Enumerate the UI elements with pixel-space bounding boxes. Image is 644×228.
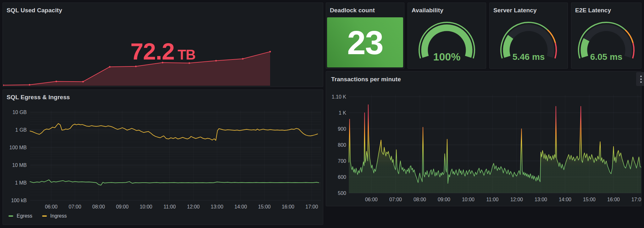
axis-tick-label: 14:00 (559, 197, 571, 202)
e2e-latency-value: 6.05 ms (571, 52, 641, 62)
axis-tick-label: 09:00 (116, 204, 129, 209)
kebab-dot (640, 76, 642, 77)
panel-title: Transactions per minute (331, 76, 401, 83)
panel-title: SQL Egress & Ingress (7, 94, 70, 101)
axis-tick-label: 09:00 (438, 197, 450, 202)
stat-background: 23 (327, 17, 403, 67)
axis-tick-label: 10:00 (140, 204, 152, 209)
panel-availability: Availability 100% (408, 3, 486, 69)
axis-tick-label: 10 MB (12, 162, 27, 168)
ingress-series-marker (42, 215, 47, 217)
deadlock-value: 23 (347, 26, 383, 59)
axis-tick-label: 13:00 (535, 197, 547, 202)
grafana-dashboard: { "colors": { "green": "#73BF69", "yello… (0, 0, 644, 228)
chart-legend: Egress Ingress (8, 213, 72, 219)
panel-deadlock-count: Deadlock count 23 (326, 3, 404, 69)
axis-tick-label: 16:00 (282, 204, 294, 209)
axis-tick-label: 08:00 (92, 204, 105, 209)
kebab-dot (640, 81, 642, 83)
axis-tick-label: 14:00 (234, 204, 247, 209)
panel-title: E2E Latency (575, 7, 611, 14)
axis-tick-label: 11:00 (486, 197, 499, 202)
panel-server-latency: Server Latency 5.46 ms (489, 3, 568, 69)
axis-tick-label: 1 GB (15, 127, 27, 133)
axis-tick-label: 700 (338, 158, 346, 164)
axis-tick-label: 12:00 (510, 197, 523, 202)
axis-tick-label: 11:00 (164, 204, 176, 209)
axis-tick-label: 17:00 (631, 197, 641, 202)
legend-label: Egress (17, 213, 32, 219)
egress-ingress-chart[interactable]: 10 GB1 GB100 MB10 MB1 MB100 kB06:0007:00… (3, 90, 323, 225)
axis-tick-label: 06:00 (365, 197, 378, 202)
axis-tick-label: 600 (338, 174, 346, 180)
panel-menu-button[interactable] (636, 72, 644, 86)
panel-title: SQL Used Capacity (7, 7, 62, 14)
kebab-dot (640, 78, 642, 80)
axis-tick-label: 100 kB (11, 198, 27, 203)
capacity-value: 72.2TB (3, 40, 323, 63)
axis-tick-label: 07:00 (69, 204, 81, 209)
server-latency-value: 5.46 ms (490, 52, 568, 62)
axis-tick-label: 10:00 (462, 197, 475, 202)
availability-value: 100% (408, 51, 486, 63)
egress-series-marker (8, 215, 13, 217)
axis-tick-label: 800 (338, 142, 346, 148)
axis-tick-label: 13:00 (211, 204, 223, 209)
axis-tick-label: 15:00 (258, 204, 271, 209)
legend-label: Ingress (50, 213, 67, 219)
axis-tick-label: 10 GB (13, 110, 27, 115)
axis-tick-label: 16:00 (607, 197, 620, 202)
panel-sql-egress-ingress: SQL Egress & Ingress 10 GB1 GB100 MB10 M… (3, 89, 323, 225)
axis-tick-label: 08:00 (414, 197, 426, 202)
capacity-value-unit: TB (178, 47, 196, 62)
axis-tick-label: 17:00 (305, 204, 318, 209)
legend-item-ingress[interactable]: Ingress (42, 213, 67, 219)
panel-sql-used-capacity: SQL Used Capacity 72.2TB (3, 3, 323, 87)
axis-tick-label: 1.10 K (332, 94, 347, 100)
panel-title: Availability (412, 7, 443, 14)
axis-tick-label: 500 (338, 191, 346, 196)
axis-tick-label: 100 MB (9, 145, 27, 150)
axis-tick-label: 06:00 (45, 204, 58, 209)
panel-e2e-latency: E2E Latency 6.05 ms (571, 3, 641, 69)
transactions-chart[interactable]: 1.10 K1 K90080070060050006:0007:0008:000… (326, 71, 641, 206)
panel-title: Deadlock count (330, 7, 375, 14)
panel-transactions-per-minute: Transactions per minute 1.10 K1 K9008007… (326, 71, 641, 206)
legend-item-egress[interactable]: Egress (8, 213, 32, 219)
capacity-value-number: 72.2 (130, 38, 175, 65)
axis-tick-label: 900 (338, 126, 346, 132)
axis-tick-label: 12:00 (187, 204, 200, 209)
axis-tick-label: 1 MB (15, 180, 27, 185)
panel-title: Server Latency (493, 7, 537, 14)
axis-tick-label: 07:00 (389, 197, 402, 202)
axis-tick-label: 15:00 (583, 197, 596, 202)
axis-tick-label: 1 K (339, 110, 346, 116)
